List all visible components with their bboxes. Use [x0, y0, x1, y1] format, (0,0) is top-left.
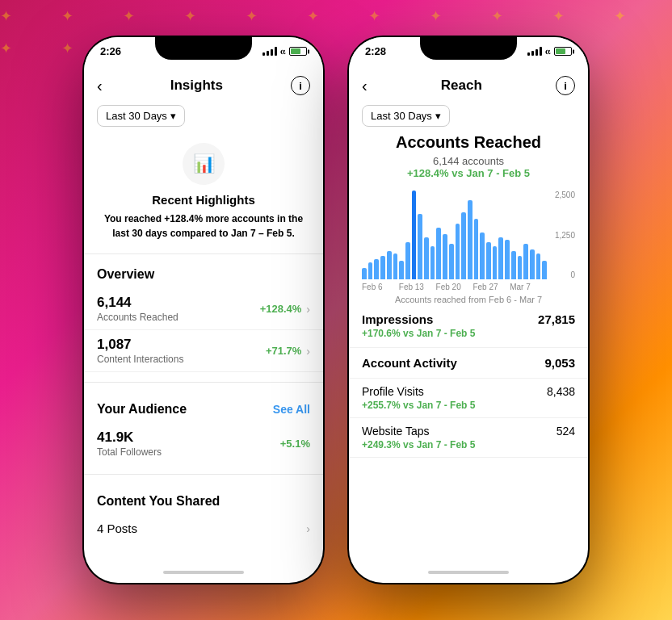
chart-bar-23	[505, 240, 510, 279]
status-time-2: 2:28	[365, 45, 386, 57]
status-icons-1: 𝛂	[262, 46, 307, 57]
accounts-reached-main-title: Accounts Reached	[362, 133, 575, 152]
battery-icon	[289, 47, 307, 56]
back-button-reach[interactable]: ‹	[362, 77, 368, 95]
chart-bar-26	[523, 244, 528, 279]
content-interactions-label: Content Interactions	[97, 354, 183, 365]
total-followers-right: +5.1%	[280, 438, 310, 450]
chart-caption: Accounts reached from Feb 6 - Mar 7	[362, 295, 575, 304]
home-indicator-2	[349, 562, 588, 583]
chart-bar-21	[493, 246, 498, 279]
chart-x-label-4: Mar 7	[510, 283, 547, 291]
nav-header-insights: ‹ Insights i	[84, 73, 323, 102]
audience-header: Your Audience See All	[84, 392, 323, 423]
chart-bar-1	[368, 262, 373, 279]
profile-visits-value: 8,438	[547, 385, 575, 398]
total-followers-number: 41.9K	[97, 429, 162, 446]
back-button-insights[interactable]: ‹	[97, 77, 103, 95]
chart-y-label-top: 2,500	[555, 191, 575, 199]
signal-icon-2	[527, 47, 542, 56]
total-followers-label: Total Followers	[97, 446, 162, 458]
chart-bar-9	[418, 214, 422, 279]
wifi-icon: 𝛂	[280, 46, 286, 57]
chart-bar-24	[511, 251, 516, 279]
date-filter-reach[interactable]: Last 30 Days ▾	[362, 105, 450, 127]
account-activity-metric-top: Account Activity 9,053	[362, 356, 575, 370]
page-title-reach: Reach	[441, 78, 482, 94]
status-bar-reach: 2:28 𝛂	[349, 37, 588, 73]
chart-bar-19	[480, 232, 485, 279]
chart-bar-12	[436, 228, 441, 279]
info-button-reach[interactable]: i	[556, 76, 575, 95]
home-indicator-1	[84, 562, 323, 583]
chart-bar-4	[387, 251, 392, 279]
date-filter-label-insights: Last 30 Days	[106, 110, 167, 122]
chart-bar-11	[430, 246, 435, 279]
content-interactions-left: 1,087 Content Interactions	[97, 337, 183, 365]
highlights-text-part1: You reached	[104, 213, 164, 224]
chart-bar-7	[405, 242, 410, 279]
chart-bar-25	[518, 256, 523, 279]
chart-x-labels: Feb 6 Feb 13 Feb 20 Feb 27 Mar 7	[362, 283, 575, 291]
page-title-insights: Insights	[170, 78, 223, 94]
website-taps-value: 524	[556, 425, 575, 438]
total-followers-row[interactable]: 41.9K Total Followers +5.1%	[84, 423, 323, 464]
chart-bar-16	[461, 212, 466, 279]
content-shared-header: Content You Shared	[84, 484, 323, 515]
recent-highlights-section: 📊 Recent Highlights You reached +128.4% …	[97, 143, 310, 241]
audience-title: Your Audience	[97, 402, 187, 417]
chart-y-label-mid: 1,250	[555, 231, 575, 240]
overview-section-header: Overview	[84, 264, 323, 288]
accounts-reached-row[interactable]: 6,144 Accounts Reached +128.4% ›	[84, 288, 323, 330]
posts-arrow: ›	[306, 522, 310, 535]
chart-bar-17	[468, 200, 472, 279]
total-followers-change: +5.1%	[280, 438, 310, 450]
content-interactions-change: +71.7%	[266, 345, 301, 357]
phone-reach: 2:28 𝛂 ‹ Reach i	[347, 36, 590, 584]
chart-bar-28	[536, 253, 541, 279]
accounts-reached-left: 6,144 Accounts Reached	[97, 295, 178, 323]
posts-row[interactable]: 4 Posts ›	[84, 515, 323, 542]
content-interactions-row[interactable]: 1,087 Content Interactions +71.7% ›	[84, 330, 323, 372]
account-activity-name: Account Activity	[362, 356, 457, 370]
chart-bar-0	[362, 268, 367, 279]
accounts-reached-arrow: ›	[306, 303, 310, 316]
nav-header-reach: ‹ Reach i	[349, 73, 588, 102]
phone-insights: 2:26 𝛂 ‹ Insights i	[82, 36, 325, 584]
chart-bar-2	[374, 259, 379, 279]
status-time-1: 2:26	[100, 45, 121, 57]
audience-see-all-button[interactable]: See All	[273, 403, 310, 416]
impressions-metric-top: Impressions 27,815	[362, 312, 575, 326]
insights-content: Last 30 Days ▾ 📊 Recent Highlights You r…	[84, 102, 323, 562]
date-filter-insights[interactable]: Last 30 Days ▾	[97, 105, 185, 127]
total-followers-left: 41.9K Total Followers	[97, 429, 162, 458]
info-button-insights[interactable]: i	[291, 76, 310, 95]
chart-bar-18	[474, 219, 479, 279]
content-interactions-arrow: ›	[306, 345, 310, 358]
date-filter-arrow-insights: ▾	[170, 110, 176, 122]
accounts-reached-number: 6,144	[97, 295, 178, 311]
chart-bar-15	[456, 224, 460, 279]
posts-label: 4 Posts	[97, 522, 137, 535]
website-taps-name: Website Taps	[362, 425, 430, 438]
impressions-value: 27,815	[538, 312, 575, 326]
accounts-reached-title-section: Accounts Reached 6,144 accounts +128.4% …	[349, 127, 588, 182]
website-taps-change: +249.3% vs Jan 7 - Feb 5	[362, 439, 575, 450]
highlights-icon: 📊	[183, 143, 225, 185]
chart-x-label-3: Feb 27	[472, 283, 510, 291]
profile-visits-change: +255.7% vs Jan 7 - Feb 5	[362, 400, 575, 411]
chart-bar-14	[449, 244, 454, 279]
divider-3	[84, 474, 323, 475]
chart-bars	[362, 191, 575, 279]
highlights-text: You reached +128.4% more accounts in the…	[97, 212, 310, 241]
content-interactions-number: 1,087	[97, 337, 183, 353]
accounts-reached-label: Accounts Reached	[97, 312, 178, 323]
highlights-title: Recent Highlights	[97, 193, 310, 207]
chart-bar-13	[443, 234, 447, 279]
chart-y-label-bot: 0	[570, 270, 575, 279]
chart-bar-5	[393, 253, 398, 279]
chart-bar-29	[542, 261, 547, 279]
website-taps-top: Website Taps 524	[362, 425, 575, 438]
wifi-icon-2: 𝛂	[545, 46, 551, 57]
profile-visits-top: Profile Visits 8,438	[362, 385, 575, 398]
